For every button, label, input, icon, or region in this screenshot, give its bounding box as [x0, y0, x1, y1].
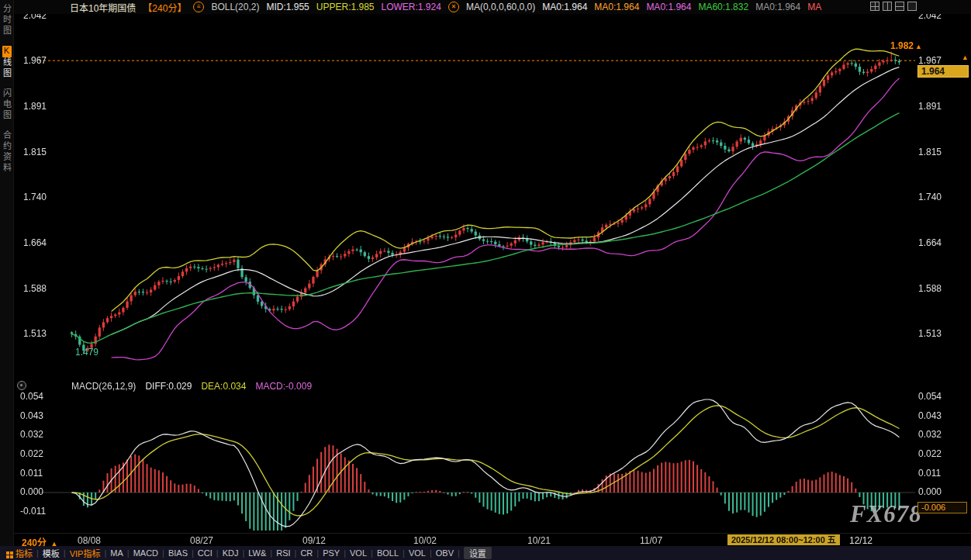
layout-vsplit-icon[interactable] [883, 2, 892, 11]
price-tick-right: 1.513 [918, 328, 942, 339]
tool-indicator[interactable]: 指标 [6, 547, 33, 559]
toolbar-separator: | [36, 548, 39, 558]
boll-params: BOLL(20,2) [211, 2, 259, 12]
macd-tick-left: -0.011 [20, 506, 46, 517]
tool-lwr[interactable]: LW& [248, 548, 266, 558]
symbol-title: 日本10年期国债 [70, 1, 136, 14]
high-price-value: 1.982 [890, 40, 914, 51]
x-axis-date: 09/12 [302, 535, 326, 546]
x-axis-date: 10/21 [527, 535, 551, 546]
price-tick-left: 1.664 [23, 237, 47, 248]
toolbar-separator: | [127, 548, 130, 558]
window-layout-icons [870, 2, 917, 11]
toolbar-separator: | [64, 548, 66, 558]
fx678-watermark: FX678 [850, 500, 922, 528]
up-arrow-icon: ▲ [915, 43, 922, 50]
panel-resize-handle[interactable] [17, 381, 26, 390]
toolbar-separator: | [104, 548, 106, 558]
toolbar-separator: | [192, 548, 194, 558]
ma1-value: MA0:1.964 [542, 2, 587, 12]
ma6-value: MA [807, 2, 821, 12]
macd-tick-left: 0.000 [20, 486, 43, 497]
indicator-grid-icon [6, 551, 9, 555]
last-price-box: 1.964 [917, 65, 969, 78]
price-tick-right: 1.588 [918, 283, 942, 294]
macd-tick-right: 0.032 [918, 429, 942, 440]
toolbar-separator: | [162, 548, 164, 558]
x-axis-date: 08/27 [190, 535, 213, 546]
price-tick-left: 1.513 [23, 328, 47, 339]
tab-kline-chart[interactable]: K线图 [1, 46, 13, 79]
active-tab-marker: K [2, 46, 12, 57]
x-axis-date: 10/02 [413, 535, 437, 546]
indicator-close-icon[interactable]: ✕ [448, 2, 459, 12]
chart-canvas[interactable] [0, 0, 971, 560]
ma4-value: MA60:1.832 [698, 2, 748, 12]
tool-bias[interactable]: BIAS [168, 548, 188, 558]
macd-tick-left: 0.022 [20, 448, 43, 459]
x-axis-date: 11/07 [640, 535, 662, 546]
macd-tick-left: 0.043 [20, 410, 43, 421]
tool-vr[interactable]: VOL [350, 548, 367, 558]
tool-rsi[interactable]: RSI [276, 548, 290, 558]
session-date-label: 12/12 [849, 535, 873, 546]
toolbar-separator: | [270, 548, 272, 558]
ma3-value: MA0:1.964 [646, 2, 691, 12]
boll-mid: MID:1.955 [266, 2, 309, 12]
period-label: 【240分】 [143, 1, 186, 14]
macd-indicator-header: MACD(26,12,9)DIFF:0.029DEA:0.034MACD:-0.… [71, 381, 312, 392]
ma5-value: MA0:1.964 [755, 2, 800, 12]
toolbar-separator: | [295, 548, 297, 558]
x-axis-date: 08/08 [78, 535, 101, 546]
macd-tick-right: 0.054 [918, 391, 942, 402]
indicator-toolbar: 指标|模板|VIP指标|MA|MACD|BIAS|CCI|KDJ|LW&|RSI… [0, 546, 971, 560]
price-arrow-icon: ▲ [962, 54, 969, 61]
price-tick-left: 1.967 [23, 55, 47, 66]
macd-tick-right: 0.011 [918, 468, 941, 479]
macd-tick-left: 0.011 [20, 468, 43, 479]
high-price-label: 1.982▲ [890, 40, 922, 51]
tool-settings[interactable]: 设置 [464, 547, 492, 559]
macd-params: MACD(26,12,9) [71, 381, 136, 392]
tool-kdj[interactable]: KDJ [223, 548, 239, 558]
tab-contract-info[interactable]: 合约资料 [1, 130, 13, 174]
tool-macd[interactable]: MACD [133, 548, 158, 558]
toolbar-separator: | [242, 548, 244, 558]
tab-time-chart[interactable]: 分时图 [1, 4, 13, 36]
layout-hsplit-icon[interactable] [895, 2, 904, 11]
toolbar-separator: | [316, 548, 319, 558]
tab-lightning-chart[interactable]: 闪电图 [1, 88, 13, 121]
boll-lower: LOWER:1.924 [382, 2, 441, 12]
macd-tick-right: 0.022 [918, 448, 942, 459]
trading-app-window: 日本10年期国债【240分】≡BOLL(20,2)MID:1.955UPPER:… [0, 0, 971, 560]
tool-psy[interactable]: PSY [323, 548, 340, 558]
price-tick-right: 1.664 [918, 237, 942, 248]
toolbar-separator: | [216, 548, 219, 558]
session-highlight: 2025/12/12 08:00~12:00 五 [727, 534, 840, 545]
macd-last-value-badge: -0.006 [917, 502, 967, 513]
price-tick-left: 1.891 [23, 101, 47, 112]
toolbar-separator: | [430, 548, 432, 558]
macd-tick-left: 0.054 [20, 391, 43, 402]
low-price-label: 1.479 [75, 347, 98, 358]
tool-ma[interactable]: MA [110, 548, 123, 558]
price-tick-right: 1.740 [918, 192, 942, 202]
tool-cr[interactable]: CR [300, 548, 313, 558]
toolbar-separator: | [344, 548, 346, 558]
tool-cci[interactable]: CCI [198, 548, 213, 558]
period-menu-icon[interactable]: ≡ [193, 2, 204, 12]
tool-boll[interactable]: BOLL [377, 548, 399, 558]
price-tick-left: 1.740 [23, 192, 47, 202]
layout-quad-icon[interactable] [870, 2, 879, 11]
price-tick-left: 1.815 [23, 147, 47, 157]
layout-single-icon[interactable] [907, 2, 917, 11]
tool-template[interactable]: 模板 [43, 547, 60, 559]
macd-dea: DEA:0.034 [201, 381, 246, 392]
tool-vip-indicator[interactable]: VIP指标 [70, 547, 101, 559]
macd-tick-right: 0.043 [918, 410, 942, 421]
tool-vol[interactable]: VOL [409, 548, 426, 558]
ma-params: MA(0,0,0,60,0,0) [466, 2, 535, 12]
macd-tick-left: 0.032 [20, 429, 43, 440]
indicator-header-bar: 日本10年期国债【240分】≡BOLL(20,2)MID:1.955UPPER:… [14, 0, 971, 14]
tool-obv[interactable]: OBV [436, 548, 454, 558]
